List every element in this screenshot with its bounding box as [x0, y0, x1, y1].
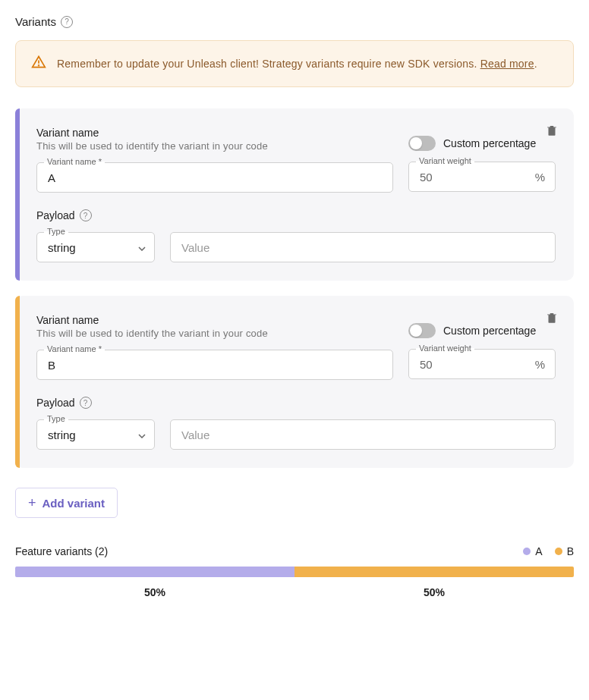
help-icon[interactable]: ?: [80, 209, 92, 221]
alert-text: Remember to update your Unleash client! …: [57, 58, 537, 70]
svg-point-1: [39, 65, 39, 66]
alert-message: Remember to update your Unleash client! …: [57, 58, 480, 70]
type-label: Type: [44, 227, 68, 236]
plus-icon: +: [28, 496, 36, 510]
add-variant-button[interactable]: + Add variant: [15, 488, 118, 518]
variant-name-label: Variant name *: [44, 344, 105, 353]
variant-name-input[interactable]: [36, 350, 393, 380]
payload-value-input[interactable]: [170, 419, 556, 450]
distribution-segment-b: [294, 567, 574, 577]
variant-card-b: Variant name This will be used to identi…: [15, 296, 574, 468]
variants-title: Variants: [15, 15, 56, 28]
variant-name-input[interactable]: [36, 162, 393, 193]
payload-title: Payload: [36, 397, 75, 409]
custom-percentage-toggle[interactable]: [408, 323, 436, 338]
read-more-link[interactable]: Read more: [480, 58, 534, 70]
legend-label: A: [535, 545, 542, 557]
variant-name-subtitle: This will be used to identify the varian…: [36, 328, 393, 339]
legend-dot-icon: [523, 548, 531, 555]
payload-title: Payload: [36, 209, 75, 221]
distribution-bar: [15, 567, 574, 577]
variant-name-label: Variant name *: [44, 157, 105, 166]
legend-label: B: [567, 545, 574, 557]
delete-variant-button[interactable]: [542, 121, 562, 143]
alert-suffix: .: [534, 58, 537, 70]
variant-card-a: Variant name This will be used to identi…: [15, 108, 574, 281]
help-icon[interactable]: ?: [61, 16, 73, 28]
variant-weight-label: Variant weight: [416, 156, 474, 165]
variant-name-subtitle: This will be used to identify the varian…: [36, 140, 393, 152]
add-variant-label: Add variant: [43, 497, 106, 510]
feature-variants-title: Feature variants (2): [15, 545, 108, 557]
trash-icon: [545, 311, 559, 325]
delete-variant-button[interactable]: [542, 308, 562, 330]
type-label: Type: [44, 414, 68, 423]
variant-weight-input[interactable]: [408, 349, 556, 379]
legend-item-a: A: [523, 545, 542, 557]
help-icon[interactable]: ?: [80, 397, 92, 409]
variant-name-title: Variant name: [36, 314, 393, 326]
warning-icon: [31, 55, 46, 73]
distribution-label-a: 50%: [15, 586, 294, 598]
legend: A B: [523, 545, 574, 557]
payload-type-select[interactable]: string: [36, 232, 155, 262]
distribution-label-b: 50%: [294, 586, 574, 598]
variant-weight-input[interactable]: [408, 162, 556, 192]
custom-percentage-label: Custom percentage: [443, 325, 536, 337]
payload-value-input[interactable]: [170, 232, 556, 262]
custom-percentage-toggle[interactable]: [408, 136, 436, 151]
distribution-segment-a: [15, 567, 294, 577]
legend-item-b: B: [555, 545, 574, 557]
payload-type-select[interactable]: string: [36, 419, 155, 450]
sdk-alert: Remember to update your Unleash client! …: [15, 40, 574, 87]
legend-dot-icon: [555, 548, 562, 555]
variant-weight-label: Variant weight: [416, 344, 474, 353]
variant-name-title: Variant name: [36, 127, 393, 139]
feature-variants-section: Feature variants (2) A B 50% 50%: [15, 545, 574, 598]
variants-header: Variants ?: [15, 15, 574, 28]
trash-icon: [545, 124, 559, 137]
distribution-labels: 50% 50%: [15, 586, 574, 598]
custom-percentage-label: Custom percentage: [443, 137, 536, 149]
